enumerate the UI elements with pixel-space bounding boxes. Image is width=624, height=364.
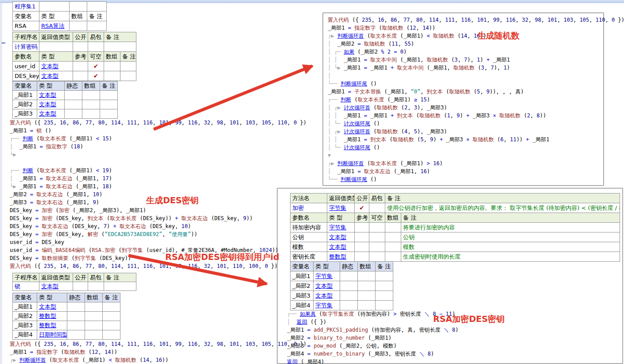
type-link[interactable]: 整数型 [37,312,67,321]
flow-keyword[interactable]: 计次循环首 [344,128,370,135]
tree-connector-icon: └▶ [10,151,16,158]
type-link[interactable]: 文本型 [37,91,65,100]
code-token: ) [460,112,463,119]
code-token [262,263,265,269]
code-token: _局部1 [388,89,404,95]
code-token [398,105,401,111]
flow-keyword[interactable]: 判断循环首 [337,160,364,167]
code-token: ＼ [424,311,430,317]
type-link[interactable]: RSA算法 [39,21,70,31]
code-token [345,25,348,31]
table-cell: 备 注 [120,52,136,62]
code-token: = [364,112,367,119]
type-link[interactable]: 字节集 [327,203,355,213]
code-token [361,57,364,63]
code-token: 101 [229,341,239,347]
code-token: 取文本长度 [357,97,384,103]
code-token: 99 [493,17,499,23]
type-link[interactable]: 日期时间型 [37,330,67,340]
table-cell: 数组 [358,262,376,271]
type-link[interactable]: 文本型 [37,302,67,312]
code-token: _局部1 [370,65,387,71]
code-token [104,215,107,221]
code-token [423,57,426,63]
code-token: 取文本长度 [370,160,397,167]
flow-keyword[interactable]: 计次循环尾 [344,144,370,151]
type-link[interactable]: 字节集 [314,271,340,281]
locals-table-2: 变量名类 型静态数组备 注_局部1文本型_局部2整数型_局部3整数型_局部4日期… [12,293,120,340]
table-cell: 数组 [385,213,401,223]
collapse-toggle-icon[interactable]: − [1,39,5,47]
table-row: 参数名类 型参考可空数组备 注 [291,213,620,223]
code-token: 取文本长度 [39,136,66,142]
code-token: ) [89,167,93,174]
table-cell [65,109,82,119]
code-line: │ └▶ _局部1 = _局部1 + 取文本中间 (_局部1, 取随机数 (3,… [328,64,624,72]
type-link[interactable]: 文本型 [314,281,340,291]
flow-keyword[interactable]: 计次循环首 [344,105,370,111]
flow-keyword[interactable]: 判断 [341,97,351,103]
flow-keyword[interactable]: 计次循环尾 [344,120,370,127]
type-link[interactable]: 文本型 [37,100,65,109]
code-token: + [466,112,469,119]
flow-keyword[interactable]: 判断循环尾 [341,81,367,87]
table-cell [358,301,376,310]
code-token: 密钥长度 [400,311,421,317]
flow-keyword[interactable]: 判断循环尾 [341,176,367,182]
code-token: 16 [60,120,66,126]
type-link[interactable]: 文本型 [327,232,355,242]
flow-keyword[interactable]: 如果 [344,49,354,55]
code-token: ( [473,89,477,95]
table-cell: 可空 [88,52,104,62]
code-token: _局部3 [99,207,116,213]
type-link[interactable]: 字节集 [327,223,355,232]
code-token [166,231,169,237]
flow-keyword[interactable]: 判断 [23,167,33,174]
code-token [136,215,140,221]
code-token: 指定数字 [354,25,376,31]
code-token: 取文本长度 [110,215,136,221]
flow-keyword[interactable]: 如果真 [300,311,316,317]
type-link[interactable]: 文本型 [314,291,340,301]
table-cell: RSA [13,21,39,31]
code-token: < [96,167,99,174]
type-link[interactable]: 文本型 [39,71,73,81]
code-token: = [348,25,351,31]
type-link[interactable]: 文本型 [39,62,73,71]
code-token: , [182,263,185,269]
type-link[interactable]: 整数型 [37,321,67,330]
table-cell [369,203,385,213]
table-cell [104,62,120,71]
code-token: ) [109,183,112,190]
code-token: , [66,120,70,126]
type-link[interactable]: 文本型 [39,282,73,291]
code-token [57,341,60,347]
type-link[interactable]: 文本型 [327,242,355,252]
code-token: _局部2 [10,191,27,197]
code-token: DES_key [10,215,32,221]
type-link[interactable]: 文本型 [37,109,65,119]
flow-keyword[interactable]: 判断循环首 [337,33,364,39]
code-token: = [357,41,360,47]
code-token [95,120,98,126]
code-line: _局部1 = 指定数字 (取随机数 (12, 14)) [328,24,624,32]
code-line: ┌▶ 判断循环首 (取文本长度 (_局部1) > 16) [328,159,624,167]
type-link[interactable]: 字节集 [314,301,340,310]
table-cell: 变量名 [13,12,39,21]
flow-keyword[interactable]: 判断 [23,136,33,142]
flow-keyword[interactable]: 返回 [297,319,307,325]
code-token: } [618,17,621,23]
code-token: ( [373,105,376,111]
code-token [474,57,477,63]
table-cell [87,2,107,12]
code-token: , [182,120,185,126]
code-token: _局部1 [287,327,304,333]
tree-connector-icon: ┌▶ [328,160,337,167]
type-link[interactable]: 整数型 [327,252,355,262]
flow-keyword[interactable]: 判断循环首 [19,357,46,363]
flow-keyword[interactable]: 返回 [287,359,298,364]
code-token: , [81,231,84,237]
tree-connector-icon: │ └─ [328,120,344,127]
table-cell: 参考 [355,213,369,223]
code-token: + [486,57,489,63]
